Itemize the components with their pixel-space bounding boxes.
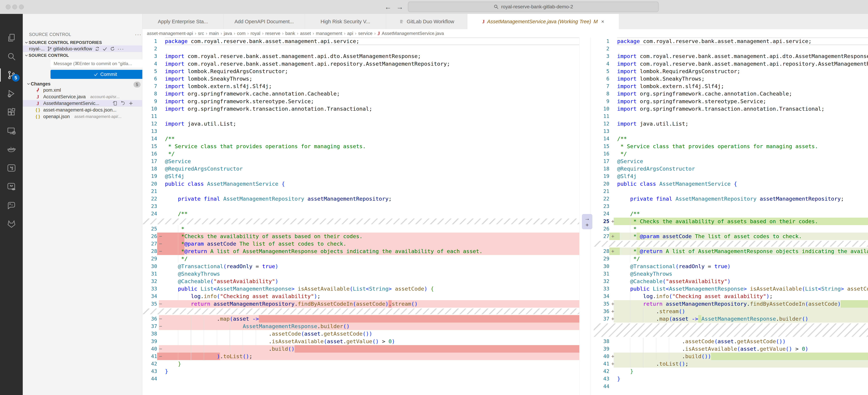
section-source-control[interactable]: SOURCE CONTROL	[23, 53, 144, 58]
code-line-24[interactable]: 24 /**	[142, 210, 590, 217]
code-line-12[interactable]: 12import java.util.List;	[142, 120, 590, 127]
code-line-5[interactable]: 5import lombok.RequiredArgsConstructor;	[590, 67, 868, 75]
breadcrumb-item[interactable]: main	[209, 31, 219, 36]
repository-row[interactable]: royal-... gitlabduo-workflow ···	[23, 45, 149, 52]
diff-spacer[interactable]	[142, 308, 590, 315]
changes-header[interactable]: Changes 5	[23, 81, 146, 87]
activity-item-terraform-cloud[interactable]	[0, 178, 23, 195]
breadcrumb-item[interactable]: bank	[285, 31, 295, 36]
code-line-26[interactable]: 26− *Checks the availability of assets b…	[142, 233, 590, 240]
code-line-38[interactable]: 38 .assetCode(asset.getAssetCode())	[142, 330, 590, 337]
code-line-39[interactable]: 39 .isAssetAvailable(asset.getValue() > …	[142, 338, 590, 345]
code-line-29[interactable]: 29 */	[142, 255, 590, 263]
code-line-30[interactable]: 30 @Transactional(readOnly = true)	[142, 263, 590, 270]
code-line-33[interactable]: 33 public List<AssetManagementResponse> …	[590, 285, 868, 293]
discard-icon[interactable]	[120, 100, 126, 106]
code-line-32[interactable]: 32 @Cacheable("assetAvailability")	[590, 278, 868, 285]
code-line-25[interactable]: 25+ * Checks the availability of assets …	[590, 218, 868, 225]
code-line-35[interactable]: 35+ return assetManagementRepository.fin…	[590, 300, 868, 308]
code-line-27[interactable]: 27+ * @param assetCode The list of asset…	[590, 233, 868, 240]
code-line-37[interactable]: 37+ .map(asset -> AssetManagementRespons…	[590, 315, 868, 323]
code-line-19[interactable]: 19@Slf4j	[142, 173, 590, 180]
code-line-34[interactable]: 34 log.info("Checking asset availability…	[590, 293, 868, 300]
file-row-assetmanagementservic-[interactable]: JAssetManagementServic...M	[23, 100, 155, 107]
breadcrumb-item[interactable]: management	[316, 31, 342, 36]
code-line-28[interactable]: 28− *@return A list of AssetManagementRe…	[142, 247, 590, 255]
repo-ellipsis-icon[interactable]: ···	[118, 46, 124, 52]
breadcrumb-file[interactable]: AssetManagementService.java	[382, 31, 444, 36]
code-line-32[interactable]: 32 @Cacheable("assetAvailability")	[142, 278, 590, 285]
tab-add-openapi-document-[interactable]: Add OpenAPI Document...	[224, 14, 305, 29]
code-line-41[interactable]: 41− ).toList();	[142, 353, 590, 360]
code-line-30[interactable]: 30 @Transactional(readOnly = true)	[590, 263, 868, 270]
code-line-6[interactable]: 6import lombok.SneakyThrows;	[590, 75, 868, 83]
code-line-18[interactable]: 18@RequiredArgsConstructor	[590, 165, 868, 173]
breadcrumb-item[interactable]: royal	[250, 31, 260, 36]
tab-high-risk-security-v-[interactable]: High Risk Security V...	[305, 14, 386, 29]
code-line-2[interactable]: 2	[142, 45, 590, 53]
tab-apply-enterprise-sta-[interactable]: Apply Enterprise Sta...	[142, 14, 224, 29]
breadcrumb-item[interactable]: api	[347, 31, 353, 36]
code-line-27[interactable]: 27− *@param assetCode The list of asset …	[142, 240, 590, 247]
breadcrumb-item[interactable]: asset-management-api	[147, 31, 193, 36]
activity-item-run-debug[interactable]	[0, 85, 23, 102]
code-line-39[interactable]: 39 .isAssetAvailable(asset.getValue() > …	[590, 345, 868, 353]
code-line-12[interactable]: 12import java.util.List;	[590, 120, 868, 127]
code-line-36[interactable]: 36− .map(asset ->	[142, 315, 590, 323]
diff-spacer[interactable]	[590, 323, 868, 337]
code-line-3[interactable]: 3import com.royal.reserve.bank.asset.man…	[590, 53, 868, 60]
code-line-19[interactable]: 19@Slf4j	[590, 173, 868, 180]
activity-item-terraform[interactable]	[0, 159, 23, 177]
code-line-31[interactable]: 31 @SneakyThrows	[590, 270, 868, 278]
code-line-44[interactable]: 44	[590, 383, 868, 390]
activity-item-gitlab-workflow[interactable]	[0, 215, 23, 233]
close-window-icon[interactable]	[6, 4, 10, 9]
breadcrumb-item[interactable]: com	[237, 31, 245, 36]
file-row-asset-management-api-docs-json-[interactable]: { }asset-management-api-docs.json...U	[23, 107, 155, 113]
refresh-icon[interactable]	[110, 46, 115, 52]
section-repositories[interactable]: SOURCE CONTROL REPOSITORIES	[23, 40, 144, 45]
revert-block-icon[interactable]: →	[584, 215, 590, 221]
code-line-29[interactable]: 29 */	[590, 255, 868, 263]
tab-gitlab-duo-workflow[interactable]: GitLab Duo Workflow	[386, 14, 467, 29]
code-line-37[interactable]: 37− AssetManagementResponse.builder()	[142, 323, 590, 330]
code-line-31[interactable]: 31 @SneakyThrows	[142, 270, 590, 278]
code-line-22[interactable]: 22 private final AssetManagementReposito…	[590, 195, 868, 203]
breadcrumb-item[interactable]: src	[198, 31, 204, 36]
command-center-search[interactable]: royal-reserve-bank-gitlab-demo-2	[408, 2, 659, 12]
code-line-10[interactable]: 10import org.springframework.transaction…	[590, 105, 868, 113]
activity-item-remote-explorer[interactable]	[0, 122, 23, 140]
code-line-10[interactable]: 10import org.springframework.transaction…	[142, 105, 590, 113]
activity-item-docker[interactable]	[0, 141, 23, 158]
code-line-22[interactable]: 22 private final AssetManagementReposito…	[142, 195, 590, 203]
code-line-20[interactable]: 20public class AssetManagementService {	[142, 180, 590, 188]
code-line-15[interactable]: 15 * Service class that provides operati…	[142, 143, 590, 150]
code-line-44[interactable]: 44	[142, 375, 590, 383]
code-line-26[interactable]: 26 *	[590, 225, 868, 233]
breadcrumb[interactable]: asset-management-api›src›main›java›com›r…	[142, 29, 868, 38]
code-line-21[interactable]: 21	[142, 188, 590, 195]
code-line-4[interactable]: 4import com.royal.reserve.bank.asset.man…	[142, 60, 590, 67]
close-tab-icon[interactable]: ×	[601, 19, 604, 25]
code-line-8[interactable]: 8import org.springframework.cache.annota…	[142, 90, 590, 97]
code-line-25[interactable]: 25 *	[142, 225, 590, 233]
code-line-9[interactable]: 9import org.springframework.stereotype.S…	[142, 98, 590, 105]
file-row-openapi-json[interactable]: { }openapi.jsonasset-management-api/...U	[23, 113, 155, 120]
code-line-23[interactable]: 23	[590, 203, 868, 210]
code-line-4[interactable]: 4import com.royal.reserve.bank.asset.man…	[590, 60, 868, 67]
code-line-17[interactable]: 17@Service	[590, 157, 868, 165]
code-line-17[interactable]: 17@Service	[142, 157, 590, 165]
diff-action-widget[interactable]: → +	[582, 214, 592, 229]
code-line-21[interactable]: 21	[590, 188, 868, 195]
sidebar-more-actions[interactable]: ···	[135, 31, 142, 37]
code-line-23[interactable]: 23	[142, 203, 590, 210]
code-line-40[interactable]: 40− .build()	[142, 345, 590, 353]
diff-spacer[interactable]	[590, 240, 868, 247]
breadcrumb-item[interactable]: service	[358, 31, 372, 36]
sync-icon[interactable]	[95, 46, 100, 52]
code-line-35[interactable]: 35− return assetManagementRepository.fin…	[142, 300, 590, 308]
stage-block-icon[interactable]: +	[586, 222, 589, 228]
code-line-43[interactable]: 43}	[590, 375, 868, 383]
breadcrumb-item[interactable]: reserve	[265, 31, 280, 36]
code-line-11[interactable]: 11	[590, 113, 868, 120]
